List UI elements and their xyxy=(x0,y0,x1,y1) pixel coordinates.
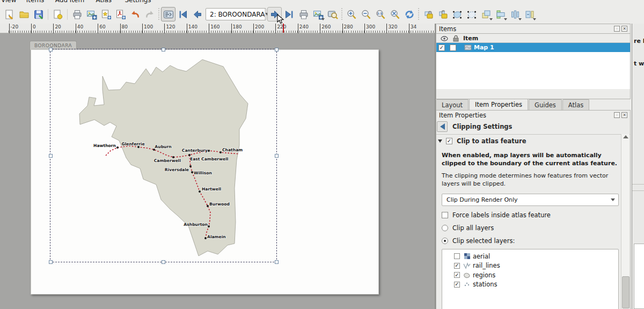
selection-handle[interactable] xyxy=(275,260,279,264)
selection-handle[interactable] xyxy=(49,260,53,264)
ruler-tick-label: 80 xyxy=(122,24,128,30)
layer-row-regions[interactable]: ✓regions xyxy=(454,270,618,280)
zoom-actual-button[interactable]: 1:1 xyxy=(373,7,387,21)
layer-checkbox-aerial[interactable] xyxy=(454,253,460,259)
clip-selected-layers-radio[interactable] xyxy=(442,238,448,244)
preview-atlas-toggle[interactable] xyxy=(161,7,175,21)
station-label: Hawthorn xyxy=(93,143,116,148)
dropdown-arrow-icon[interactable] xyxy=(518,18,522,20)
collapse-arrow-icon[interactable] xyxy=(438,139,442,143)
dropdown-arrow-icon[interactable] xyxy=(533,18,536,20)
print-atlas-button[interactable] xyxy=(296,7,311,21)
first-feature-button[interactable] xyxy=(175,7,190,21)
open-layout-button[interactable] xyxy=(17,7,31,21)
unlock-items-button[interactable] xyxy=(435,7,450,21)
station-dot-ashburton xyxy=(208,225,210,227)
tab-layout[interactable]: Layout xyxy=(436,99,469,110)
items-panel-float-button[interactable]: ◦ xyxy=(614,26,620,32)
map1-lock-checkbox[interactable] xyxy=(450,45,456,51)
selection-handle[interactable] xyxy=(162,260,165,264)
layer-row-stations[interactable]: ✓stations xyxy=(454,280,618,290)
layer-row-rail_lines[interactable]: ✓rail_lines xyxy=(454,261,618,271)
layout-properties-button[interactable] xyxy=(2,7,17,21)
scrollbar-up-arrow[interactable] xyxy=(623,135,628,138)
tab-guides[interactable]: Guides xyxy=(529,99,562,110)
layers-list[interactable]: aerial✓rail_lines✓regions✓stations xyxy=(442,249,619,309)
ungroup-items-button[interactable] xyxy=(464,7,479,21)
clip-to-atlas-checkbox[interactable]: ✓ xyxy=(446,138,452,144)
group-items-button[interactable] xyxy=(450,7,464,21)
undo-button[interactable] xyxy=(128,7,142,21)
tab-atlas[interactable]: Atlas xyxy=(562,99,589,110)
toolbar-separator xyxy=(46,8,50,21)
dropdown-arrow-icon[interactable] xyxy=(489,18,493,20)
dropdown-arrow-icon[interactable] xyxy=(504,18,507,20)
layer-checkbox-regions[interactable]: ✓ xyxy=(454,272,460,278)
redo-button[interactable] xyxy=(142,7,157,21)
clip-all-layers-radio[interactable] xyxy=(442,225,448,231)
horizontal-ruler: -200204060801001201401601802002202402602… xyxy=(0,24,436,33)
selection-handle[interactable] xyxy=(49,48,53,52)
tab-item-properties[interactable]: Item Properties xyxy=(469,99,528,110)
zoom-in-button[interactable] xyxy=(344,7,358,21)
previous-feature-button[interactable] xyxy=(190,7,204,21)
menu-view[interactable]: View xyxy=(1,0,16,4)
selection-handle[interactable] xyxy=(49,154,53,158)
menu-add-item[interactable]: Add Item xyxy=(55,0,84,4)
save-project-button[interactable] xyxy=(31,7,46,21)
print-layout-button[interactable] xyxy=(70,7,84,21)
clip-selected-layers-option[interactable]: Clip selected layers: xyxy=(442,237,625,245)
export-atlas-button[interactable] xyxy=(311,7,325,21)
layout-canvas[interactable]: BOROONDARA HawthornGlenferrieAuburnCambe… xyxy=(0,33,435,309)
clip-to-atlas-group-header[interactable]: ✓ Clip to atlas feature xyxy=(436,135,630,147)
zoom-full-button[interactable] xyxy=(387,7,402,21)
export-image-button[interactable] xyxy=(84,7,99,21)
layer-row-aerial[interactable]: aerial xyxy=(454,252,618,261)
ungroup-icon xyxy=(466,9,477,20)
map-item-selection[interactable]: HawthornGlenferrieAuburnCamberwellEast C… xyxy=(50,49,277,262)
export-pdf-button[interactable] xyxy=(113,7,128,21)
resize-items-button[interactable] xyxy=(522,7,537,21)
ruler-tick xyxy=(386,24,387,33)
selection-handle[interactable] xyxy=(275,48,279,52)
force-labels-option[interactable]: Force labels inside atlas feature xyxy=(442,211,625,219)
zoom-out-button[interactable] xyxy=(358,7,373,21)
items-panel-close-button[interactable]: ✕ xyxy=(621,26,627,32)
lock-items-button[interactable] xyxy=(421,7,435,21)
distribute-items-button[interactable] xyxy=(508,7,522,21)
zoom-out-icon xyxy=(361,9,371,20)
atlas-settings-button[interactable] xyxy=(325,7,340,21)
selection-handle[interactable] xyxy=(162,48,165,52)
toolbar-grip xyxy=(340,8,344,21)
atlas-feature-combobox[interactable]: 2: BOROONDARA xyxy=(206,8,266,20)
layer-checkbox-stations[interactable]: ✓ xyxy=(454,282,460,288)
export-svg-button[interactable] xyxy=(99,7,113,21)
line-icon xyxy=(463,262,471,269)
item-properties-close-button[interactable]: ✕ xyxy=(621,112,627,118)
clipping-mode-dropdown[interactable]: Clip During Render Only xyxy=(442,194,619,206)
align-items-button[interactable] xyxy=(493,7,508,21)
dropdown-arrow-icon[interactable] xyxy=(321,18,325,20)
menu-items[interactable]: Items xyxy=(26,0,45,4)
force-labels-checkbox[interactable] xyxy=(442,212,448,218)
items-list[interactable]: ✓ Map 1 xyxy=(436,43,630,89)
scrollbar-thumb[interactable] xyxy=(622,276,630,308)
selection-handle[interactable] xyxy=(275,154,279,158)
duplicate-layout-button[interactable] xyxy=(50,7,65,21)
menu-settings[interactable]: Settings xyxy=(125,0,151,4)
refresh-icon xyxy=(404,9,415,20)
item-properties-scrollbar[interactable] xyxy=(621,134,630,309)
item-properties-float-button[interactable]: ◦ xyxy=(614,112,620,118)
refresh-view-button[interactable] xyxy=(402,7,416,21)
clipping-mode-value: Clip During Render Only xyxy=(442,196,608,203)
page-new-icon xyxy=(53,9,63,20)
raise-items-button[interactable] xyxy=(479,7,493,21)
map1-visibility-checkbox[interactable]: ✓ xyxy=(438,45,445,51)
ruler-tick-label: 0 xyxy=(33,24,36,30)
clip-all-layers-option[interactable]: Clip all layers xyxy=(442,224,625,232)
layer-checkbox-rail_lines[interactable]: ✓ xyxy=(454,263,460,269)
back-button[interactable] xyxy=(437,121,448,132)
items-row-map1[interactable]: ✓ Map 1 xyxy=(436,43,630,52)
menu-atlas[interactable]: Atlas xyxy=(96,0,112,4)
layer-label: regions xyxy=(473,271,495,279)
